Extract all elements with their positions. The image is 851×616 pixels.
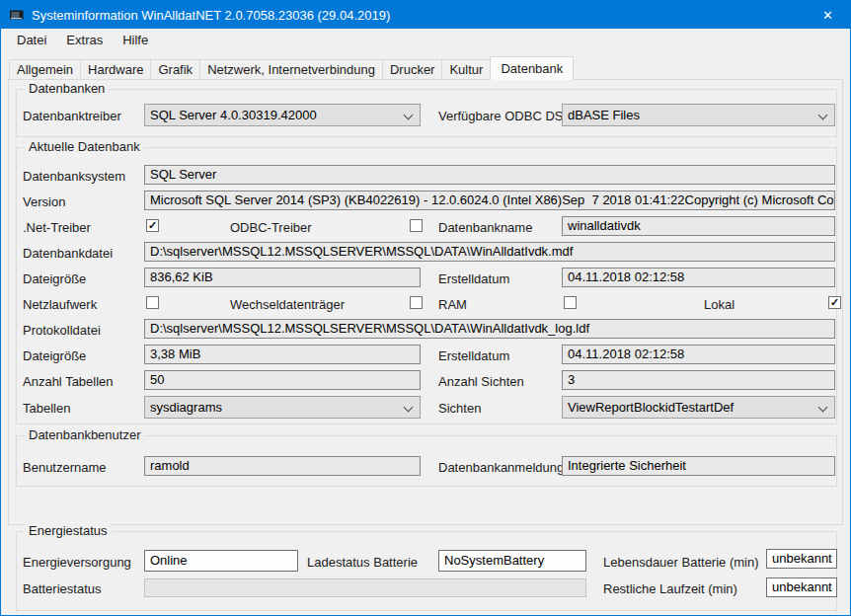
label-dateigroesse-log: Dateigröße bbox=[23, 348, 86, 363]
label-wechseldatentraeger: Wechseldatenträger bbox=[230, 297, 345, 312]
label-net-treiber: .Net-Treiber bbox=[23, 220, 91, 235]
field-dateigroesse-log[interactable]: 3,38 MiB bbox=[144, 345, 421, 364]
dropdown-sichten[interactable]: ViewReportBlockidTestartDef bbox=[562, 396, 835, 419]
tab-hardware[interactable]: Hardware bbox=[80, 59, 151, 80]
group-datenbankbenutzer: Datenbankbenutzer Benutzername ramold Da… bbox=[16, 435, 837, 487]
label-verfuegbare-odbc-dsn: Verfügbare ODBC DSN bbox=[438, 109, 573, 123]
field-version[interactable]: Microsoft SQL Server 2014 (SP3) (KB40226… bbox=[144, 191, 835, 210]
chevron-down-icon bbox=[818, 111, 828, 120]
tab-grafik[interactable]: Grafik bbox=[150, 59, 200, 80]
close-button[interactable]: ✕ bbox=[806, 1, 850, 29]
checkbox-net-treiber[interactable]: ✓ bbox=[146, 219, 159, 232]
menu-item-datei[interactable]: Datei bbox=[7, 29, 56, 51]
label-lokal: Lokal bbox=[704, 297, 735, 312]
field-restliche-laufzeit[interactable]: unbekannt bbox=[766, 578, 837, 597]
dropdown-odbc-dsn-value: dBASE Files bbox=[568, 108, 640, 122]
label-datenbanksystem: Datenbanksystem bbox=[23, 169, 125, 184]
checkbox-lokal[interactable]: ✓ bbox=[828, 296, 841, 309]
label-datenbankanmeldung: Datenbankanmeldung bbox=[438, 460, 564, 475]
field-anzahl-sichten[interactable]: 3 bbox=[562, 370, 835, 390]
window-title: Systeminformation WinAlldatNET 2.0.7058.… bbox=[32, 8, 390, 23]
label-anzahl-sichten: Anzahl Sichten bbox=[438, 374, 524, 389]
label-energieversorgung: Energieversorgung bbox=[23, 555, 131, 570]
group-datenbanken-title: Datenbanken bbox=[25, 81, 109, 96]
label-batteriestatus: Batteriestatus bbox=[23, 581, 102, 596]
field-batteriestatus[interactable] bbox=[144, 578, 586, 597]
label-benutzername: Benutzername bbox=[23, 460, 107, 475]
label-anzahl-tabellen: Anzahl Tabellen bbox=[23, 374, 114, 389]
label-odbc-treiber: ODBC-Treiber bbox=[230, 220, 312, 235]
dropdown-odbc-dsn[interactable]: dBASE Files bbox=[562, 104, 835, 126]
tab-drucker[interactable]: Drucker bbox=[382, 59, 443, 80]
label-erstelldatum-log: Erstelldatum bbox=[438, 348, 509, 363]
label-datenbankname: Datenbankname bbox=[438, 220, 532, 235]
app-window: Systeminformation WinAlldatNET 2.0.7058.… bbox=[0, 0, 851, 616]
field-erstelldatum-log[interactable]: 04.11.2018 02:12:58 bbox=[562, 345, 835, 364]
group-energiestatus-title: Energiestatus bbox=[25, 523, 112, 538]
close-icon: ✕ bbox=[822, 8, 833, 23]
tab-strip: Allgemein Hardware Grafik Netzwerk, Inte… bbox=[9, 56, 574, 80]
field-protokolldatei[interactable]: D:\sqlserver\MSSQL12.MSSQLSERVER\MSSQL\D… bbox=[144, 319, 835, 339]
chevron-down-icon bbox=[404, 111, 414, 120]
checkbox-netzlaufwerk[interactable] bbox=[146, 296, 159, 309]
field-anzahl-tabellen[interactable]: 50 bbox=[144, 370, 421, 390]
label-netzlaufwerk: Netzlaufwerk bbox=[23, 297, 97, 312]
group-datenbanken: Datenbanken Datenbanktreiber SQL Server … bbox=[16, 89, 837, 137]
menu-item-extras[interactable]: Extras bbox=[56, 29, 113, 51]
field-datenbankanmeldung[interactable]: Integrierte Sicherheit bbox=[562, 456, 835, 476]
label-datenbankdatei: Datenbankdatei bbox=[23, 246, 113, 261]
chevron-down-icon bbox=[404, 403, 414, 413]
menubar: Datei Extras Hilfe bbox=[1, 29, 850, 51]
group-aktuelle-datenbank: Aktuelle Datenbank Datenbanksystem SQL S… bbox=[16, 147, 837, 424]
chevron-down-icon bbox=[818, 403, 828, 413]
field-energieversorgung[interactable]: Online bbox=[144, 550, 298, 572]
app-icon bbox=[9, 7, 25, 23]
dropdown-tabellen[interactable]: sysdiagrams bbox=[144, 396, 421, 419]
checkbox-wechseldatentraeger[interactable] bbox=[410, 296, 423, 309]
field-version-date: Sep 7 2018 01:41:22 bbox=[562, 192, 684, 209]
label-ram: RAM bbox=[438, 297, 467, 312]
field-ladestatus-batterie[interactable]: NoSystemBattery bbox=[438, 550, 586, 572]
label-ladestatus-batterie: Ladestatus Batterie bbox=[307, 555, 418, 570]
tab-netzwerk-internetverbindung[interactable]: Netzwerk, Internetverbindung bbox=[199, 59, 383, 80]
dropdown-datenbanktreiber[interactable]: SQL Server 4.0.30319.42000 bbox=[144, 104, 421, 126]
titlebar: Systeminformation WinAlldatNET 2.0.7058.… bbox=[1, 1, 850, 29]
field-erstelldatum-db[interactable]: 04.11.2018 02:12:58 bbox=[562, 268, 835, 287]
field-datenbankname[interactable]: winalldativdk bbox=[562, 216, 835, 236]
field-version-product: Microsoft SQL Server 2014 (SP3) (KB40226… bbox=[150, 192, 562, 209]
dropdown-datenbanktreiber-value: SQL Server 4.0.30319.42000 bbox=[150, 108, 317, 122]
label-tabellen: Tabellen bbox=[23, 401, 70, 416]
tab-datenbank[interactable]: Datenbank bbox=[490, 56, 574, 80]
label-version: Version bbox=[23, 194, 65, 209]
group-datenbankbenutzer-title: Datenbankbenutzer bbox=[25, 427, 144, 442]
label-sichten: Sichten bbox=[438, 401, 481, 416]
field-lebensdauer-batterie[interactable]: unbekannt bbox=[766, 549, 837, 569]
tab-kultur[interactable]: Kultur bbox=[441, 59, 491, 80]
checkbox-ram[interactable] bbox=[564, 296, 577, 309]
field-version-copyright: Copyright (c) Microsoft Corporation bbox=[685, 192, 835, 209]
label-protokolldatei: Protokolldatei bbox=[23, 323, 101, 338]
field-benutzername[interactable]: ramold bbox=[144, 456, 421, 476]
field-datenbanksystem[interactable]: SQL Server bbox=[144, 165, 835, 185]
dropdown-sichten-value: ViewReportBlockidTestartDef bbox=[568, 400, 734, 415]
group-aktuelle-datenbank-title: Aktuelle Datenbank bbox=[25, 139, 144, 154]
label-erstelldatum-db: Erstelldatum bbox=[438, 271, 509, 286]
field-dateigroesse-db[interactable]: 836,62 KiB bbox=[144, 268, 421, 287]
menu-item-hilfe[interactable]: Hilfe bbox=[113, 29, 158, 51]
label-lebensdauer-batterie: Lebensdauer Batterie (min) bbox=[603, 555, 759, 570]
label-restliche-laufzeit: Restliche Laufzeit (min) bbox=[603, 581, 737, 596]
checkbox-odbc-treiber[interactable] bbox=[410, 219, 423, 232]
label-datenbanktreiber: Datenbanktreiber bbox=[23, 109, 121, 123]
dropdown-tabellen-value: sysdiagrams bbox=[150, 400, 222, 415]
label-dateigroesse-db: Dateigröße bbox=[23, 271, 86, 286]
tab-allgemein[interactable]: Allgemein bbox=[9, 59, 81, 80]
group-energiestatus: Energiestatus Energieversorgung Online L… bbox=[16, 531, 837, 611]
field-datenbankdatei[interactable]: D:\sqlserver\MSSQL12.MSSQLSERVER\MSSQL\D… bbox=[144, 242, 835, 262]
